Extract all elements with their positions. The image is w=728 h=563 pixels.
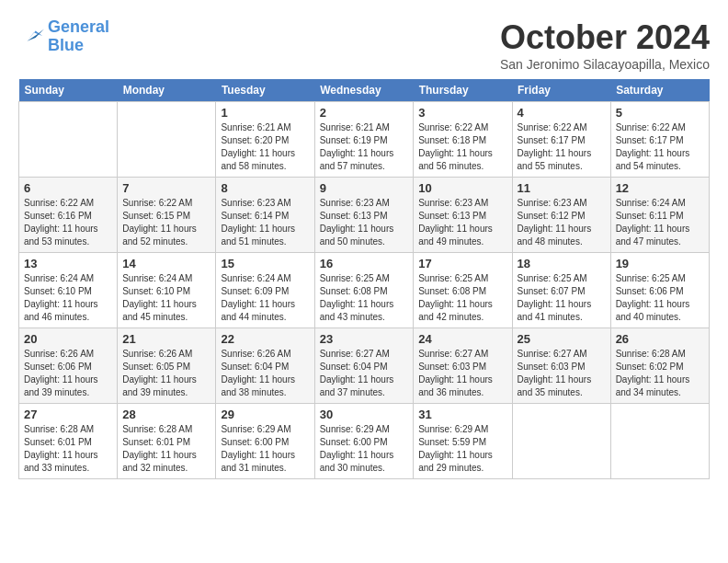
day-info: Sunrise: 6:28 AM Sunset: 6:01 PM Dayligh… bbox=[24, 423, 112, 475]
day-info: Sunrise: 6:21 AM Sunset: 6:19 PM Dayligh… bbox=[320, 121, 409, 173]
calendar-table: SundayMondayTuesdayWednesdayThursdayFrid… bbox=[18, 79, 710, 479]
calendar-cell: 18Sunrise: 6:25 AM Sunset: 6:07 PM Dayli… bbox=[512, 253, 610, 328]
page-header: General Blue October 2024 San Jeronimo S… bbox=[18, 18, 710, 72]
day-number: 31 bbox=[418, 408, 506, 421]
day-info: Sunrise: 6:26 AM Sunset: 6:06 PM Dayligh… bbox=[24, 348, 112, 399]
calendar-week-row: 6Sunrise: 6:22 AM Sunset: 6:16 PM Daylig… bbox=[19, 178, 710, 253]
day-number: 7 bbox=[122, 181, 210, 195]
day-number: 17 bbox=[418, 257, 506, 270]
day-number: 24 bbox=[418, 332, 506, 346]
calendar-cell: 21Sunrise: 6:26 AM Sunset: 6:05 PM Dayli… bbox=[118, 328, 216, 404]
title-block: October 2024 San Jeronimo Silacayoapilla… bbox=[500, 18, 710, 72]
calendar-cell: 28Sunrise: 6:28 AM Sunset: 6:01 PM Dayli… bbox=[118, 404, 216, 479]
calendar-cell: 8Sunrise: 6:23 AM Sunset: 6:14 PM Daylig… bbox=[216, 178, 314, 253]
day-info: Sunrise: 6:24 AM Sunset: 6:10 PM Dayligh… bbox=[24, 272, 112, 324]
calendar-cell: 13Sunrise: 6:24 AM Sunset: 6:10 PM Dayli… bbox=[19, 253, 118, 328]
day-number: 16 bbox=[320, 257, 409, 270]
day-number: 3 bbox=[418, 106, 506, 120]
day-info: Sunrise: 6:23 AM Sunset: 6:14 PM Dayligh… bbox=[221, 197, 309, 248]
calendar-cell: 11Sunrise: 6:23 AM Sunset: 6:12 PM Dayli… bbox=[512, 178, 610, 253]
day-number: 8 bbox=[221, 181, 309, 195]
column-header-friday: Friday bbox=[512, 79, 610, 102]
day-number: 27 bbox=[24, 408, 112, 421]
day-info: Sunrise: 6:26 AM Sunset: 6:05 PM Dayligh… bbox=[122, 348, 210, 399]
day-info: Sunrise: 6:24 AM Sunset: 6:10 PM Dayligh… bbox=[122, 272, 210, 324]
calendar-cell: 3Sunrise: 6:22 AM Sunset: 6:18 PM Daylig… bbox=[414, 102, 512, 178]
day-number: 10 bbox=[418, 181, 506, 195]
day-info: Sunrise: 6:22 AM Sunset: 6:18 PM Dayligh… bbox=[418, 121, 506, 173]
calendar-cell: 16Sunrise: 6:25 AM Sunset: 6:08 PM Dayli… bbox=[314, 253, 414, 328]
calendar-cell: 20Sunrise: 6:26 AM Sunset: 6:06 PM Dayli… bbox=[19, 328, 118, 404]
calendar-cell: 31Sunrise: 6:29 AM Sunset: 5:59 PM Dayli… bbox=[414, 404, 512, 479]
column-header-wednesday: Wednesday bbox=[314, 79, 414, 102]
day-info: Sunrise: 6:29 AM Sunset: 6:00 PM Dayligh… bbox=[221, 423, 309, 475]
day-number: 25 bbox=[518, 332, 606, 346]
day-number: 11 bbox=[518, 181, 606, 195]
day-number: 2 bbox=[320, 106, 409, 120]
calendar-cell: 24Sunrise: 6:27 AM Sunset: 6:03 PM Dayli… bbox=[414, 328, 512, 404]
day-number: 5 bbox=[616, 106, 704, 120]
calendar-cell: 4Sunrise: 6:22 AM Sunset: 6:17 PM Daylig… bbox=[512, 102, 610, 178]
day-number: 18 bbox=[518, 257, 606, 270]
day-info: Sunrise: 6:28 AM Sunset: 6:02 PM Dayligh… bbox=[616, 348, 704, 399]
day-number: 30 bbox=[320, 408, 409, 421]
day-number: 6 bbox=[24, 181, 112, 195]
day-info: Sunrise: 6:23 AM Sunset: 6:13 PM Dayligh… bbox=[418, 197, 506, 248]
day-number: 9 bbox=[320, 181, 409, 195]
day-number: 12 bbox=[616, 181, 704, 195]
calendar-cell: 30Sunrise: 6:29 AM Sunset: 6:00 PM Dayli… bbox=[314, 404, 414, 479]
day-number: 28 bbox=[122, 408, 210, 421]
day-info: Sunrise: 6:29 AM Sunset: 5:59 PM Dayligh… bbox=[418, 423, 506, 475]
calendar-cell: 25Sunrise: 6:27 AM Sunset: 6:03 PM Dayli… bbox=[512, 328, 610, 404]
day-info: Sunrise: 6:25 AM Sunset: 6:07 PM Dayligh… bbox=[518, 272, 606, 324]
month-title: October 2024 bbox=[500, 18, 710, 57]
calendar-cell: 14Sunrise: 6:24 AM Sunset: 6:10 PM Dayli… bbox=[118, 253, 216, 328]
day-info: Sunrise: 6:23 AM Sunset: 6:13 PM Dayligh… bbox=[320, 197, 409, 248]
day-number: 15 bbox=[221, 257, 309, 270]
calendar-cell: 19Sunrise: 6:25 AM Sunset: 6:06 PM Dayli… bbox=[610, 253, 709, 328]
calendar-week-row: 1Sunrise: 6:21 AM Sunset: 6:20 PM Daylig… bbox=[19, 102, 710, 178]
calendar-cell: 1Sunrise: 6:21 AM Sunset: 6:20 PM Daylig… bbox=[216, 102, 314, 178]
location-subtitle: San Jeronimo Silacayoapilla, Mexico bbox=[500, 57, 710, 72]
day-number: 23 bbox=[320, 332, 409, 346]
calendar-cell: 7Sunrise: 6:22 AM Sunset: 6:15 PM Daylig… bbox=[118, 178, 216, 253]
day-info: Sunrise: 6:29 AM Sunset: 6:00 PM Dayligh… bbox=[320, 423, 409, 475]
column-header-saturday: Saturday bbox=[610, 79, 709, 102]
day-info: Sunrise: 6:22 AM Sunset: 6:17 PM Dayligh… bbox=[518, 121, 606, 173]
day-number: 19 bbox=[616, 257, 704, 270]
day-info: Sunrise: 6:24 AM Sunset: 6:09 PM Dayligh… bbox=[221, 272, 309, 324]
calendar-week-row: 13Sunrise: 6:24 AM Sunset: 6:10 PM Dayli… bbox=[19, 253, 710, 328]
day-info: Sunrise: 6:27 AM Sunset: 6:03 PM Dayligh… bbox=[518, 348, 606, 399]
column-header-sunday: Sunday bbox=[19, 79, 118, 102]
day-info: Sunrise: 6:22 AM Sunset: 6:16 PM Dayligh… bbox=[24, 197, 112, 248]
calendar-header-row: SundayMondayTuesdayWednesdayThursdayFrid… bbox=[19, 79, 710, 102]
day-number: 4 bbox=[518, 106, 606, 120]
day-info: Sunrise: 6:25 AM Sunset: 6:08 PM Dayligh… bbox=[418, 272, 506, 324]
day-info: Sunrise: 6:28 AM Sunset: 6:01 PM Dayligh… bbox=[122, 423, 210, 475]
calendar-cell: 5Sunrise: 6:22 AM Sunset: 6:17 PM Daylig… bbox=[610, 102, 709, 178]
calendar-week-row: 20Sunrise: 6:26 AM Sunset: 6:06 PM Dayli… bbox=[19, 328, 710, 404]
day-info: Sunrise: 6:22 AM Sunset: 6:15 PM Dayligh… bbox=[122, 197, 210, 248]
calendar-cell: 9Sunrise: 6:23 AM Sunset: 6:13 PM Daylig… bbox=[314, 178, 414, 253]
column-header-tuesday: Tuesday bbox=[216, 79, 314, 102]
calendar-cell: 10Sunrise: 6:23 AM Sunset: 6:13 PM Dayli… bbox=[414, 178, 512, 253]
day-info: Sunrise: 6:27 AM Sunset: 6:03 PM Dayligh… bbox=[418, 348, 506, 399]
day-info: Sunrise: 6:26 AM Sunset: 6:04 PM Dayligh… bbox=[221, 348, 309, 399]
day-info: Sunrise: 6:25 AM Sunset: 6:06 PM Dayligh… bbox=[616, 272, 704, 324]
day-number: 1 bbox=[221, 106, 309, 120]
day-info: Sunrise: 6:24 AM Sunset: 6:11 PM Dayligh… bbox=[616, 197, 704, 248]
day-number: 22 bbox=[221, 332, 309, 346]
calendar-cell: 27Sunrise: 6:28 AM Sunset: 6:01 PM Dayli… bbox=[19, 404, 118, 479]
calendar-cell bbox=[19, 102, 118, 178]
calendar-week-row: 27Sunrise: 6:28 AM Sunset: 6:01 PM Dayli… bbox=[19, 404, 710, 479]
calendar-cell bbox=[610, 404, 709, 479]
calendar-cell: 22Sunrise: 6:26 AM Sunset: 6:04 PM Dayli… bbox=[216, 328, 314, 404]
day-info: Sunrise: 6:23 AM Sunset: 6:12 PM Dayligh… bbox=[518, 197, 606, 248]
calendar-cell: 2Sunrise: 6:21 AM Sunset: 6:19 PM Daylig… bbox=[314, 102, 414, 178]
column-header-monday: Monday bbox=[118, 79, 216, 102]
day-number: 13 bbox=[24, 257, 112, 270]
day-number: 21 bbox=[122, 332, 210, 346]
calendar-body: 1Sunrise: 6:21 AM Sunset: 6:20 PM Daylig… bbox=[19, 102, 710, 479]
logo: General Blue bbox=[18, 18, 109, 55]
calendar-cell: 26Sunrise: 6:28 AM Sunset: 6:02 PM Dayli… bbox=[610, 328, 709, 404]
